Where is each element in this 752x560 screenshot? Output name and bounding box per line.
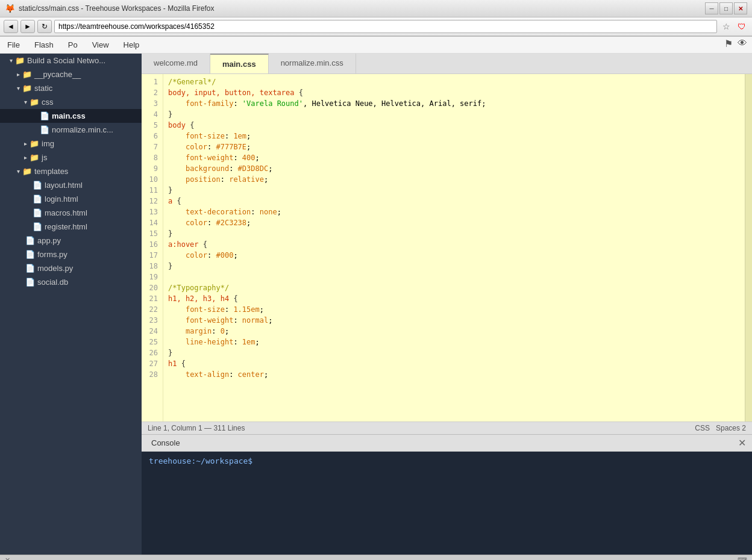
sidebar-item-social-db[interactable]: 📄 social.db <box>0 275 142 289</box>
eye-icon: 👁 <box>738 38 747 52</box>
static-label: static <box>34 84 52 93</box>
css-arrow: ▾ <box>24 99 27 105</box>
adblock-icon[interactable]: 🛡 <box>735 20 748 33</box>
editor-area: welcome.md main.css normalize.min.css 12… <box>142 54 752 555</box>
img-arrow: ▸ <box>24 140 27 147</box>
sidebar-item-register-html[interactable]: 📄 register.html <box>0 220 142 234</box>
img-label: img <box>42 139 54 148</box>
main-area: ▾ 📁 Build a Social Netwo... ▸ 📁 __pycach… <box>0 54 752 555</box>
back-button[interactable]: ◄ <box>4 20 18 33</box>
main-css-label: main.css <box>52 111 86 120</box>
close-button[interactable]: ✕ <box>734 2 747 14</box>
browser-chrome: 🦊 static/css/main.css - Treehouse Worksp… <box>0 0 752 37</box>
scrollbar-y[interactable] <box>745 74 752 422</box>
title-text: static/css/main.css - Treehouse Workspac… <box>19 4 215 13</box>
normalize-css-file-icon: 📄 <box>40 125 49 134</box>
maximize-button[interactable]: □ <box>719 2 733 14</box>
menu-flash[interactable]: Flash <box>27 38 61 52</box>
sidebar-item-macros-html[interactable]: 📄 macros.html <box>0 206 142 220</box>
reload-button[interactable]: ↻ <box>37 20 52 33</box>
register-html-label: register.html <box>45 222 87 231</box>
sidebar-item-layout-html[interactable]: 📄 layout.html <box>0 178 142 192</box>
sidebar-item-js[interactable]: ▸ 📁 js <box>0 151 142 164</box>
console-area: Console ✕ treehouse:~/workspace$ <box>142 434 752 555</box>
menu-help[interactable]: Help <box>116 38 147 52</box>
js-label: js <box>42 153 47 162</box>
menu-file[interactable]: File <box>0 38 27 52</box>
status-bar: Line 1, Column 1 — 311 Lines CSS Spaces … <box>142 422 752 434</box>
forms-py-label: forms.py <box>37 250 67 259</box>
img-folder-icon: 📁 <box>30 139 39 148</box>
title-bar: 🦊 static/css/main.css - Treehouse Worksp… <box>0 0 752 17</box>
menu-po[interactable]: Po <box>61 38 85 52</box>
sidebar-item-css[interactable]: ▾ 📁 css <box>0 95 142 109</box>
sidebar-item-models-py[interactable]: 📄 models.py <box>0 261 142 275</box>
console-prompt: treehouse:~/workspace$ <box>149 456 252 465</box>
address-bar[interactable] <box>54 20 717 33</box>
root-arrow: ▾ <box>10 57 13 64</box>
sidebar-item-login-html[interactable]: 📄 login.html <box>0 192 142 206</box>
console-tab[interactable]: Console <box>142 435 190 451</box>
forms-py-icon: 📄 <box>25 250 35 259</box>
bottom-bar: ✕ ⌨ <box>0 555 752 560</box>
layout-html-label: layout.html <box>45 181 83 190</box>
nav-icon-group: ☆ 🛡 <box>719 20 748 33</box>
js-arrow: ▸ <box>24 154 27 161</box>
sidebar-item-pycache[interactable]: ▸ 📁 __pycache__ <box>0 67 142 81</box>
models-py-icon: 📄 <box>25 264 35 273</box>
menu-view[interactable]: View <box>85 38 116 52</box>
language: CSS <box>695 424 710 432</box>
window-controls[interactable]: ─ □ ✕ <box>705 2 747 14</box>
tab-normalize-css[interactable]: normalize.min.css <box>269 54 356 73</box>
bottom-close-icon[interactable]: ✕ <box>5 556 10 560</box>
templates-label: templates <box>34 167 68 176</box>
tab-main-css[interactable]: main.css <box>210 54 269 73</box>
sidebar-item-main-css[interactable]: 📄 main.css <box>0 109 142 123</box>
keyboard-icon: ⌨ <box>738 556 747 560</box>
code-editor[interactable]: 12345 678910 1112131415 1617181920 21222… <box>142 74 752 422</box>
templates-arrow: ▾ <box>17 168 20 175</box>
models-py-label: models.py <box>37 264 73 273</box>
templates-folder-icon: 📁 <box>22 167 32 176</box>
sidebar-item-root[interactable]: ▾ 📁 Build a Social Netwo... <box>0 54 142 67</box>
static-folder-icon: 📁 <box>22 84 32 93</box>
line-numbers: 12345 678910 1112131415 1617181920 21222… <box>142 74 163 422</box>
root-folder-icon: 📁 <box>15 56 25 65</box>
pycache-arrow: ▸ <box>17 71 20 78</box>
social-db-label: social.db <box>37 278 68 287</box>
nav-bar: ◄ ► ↻ ☆ 🛡 <box>0 17 752 36</box>
login-html-icon: 📄 <box>33 194 42 204</box>
console-content[interactable]: treehouse:~/workspace$ <box>142 452 752 555</box>
sidebar-item-templates[interactable]: ▾ 📁 templates <box>0 164 142 178</box>
pycache-label: __pycache__ <box>34 70 81 79</box>
tab-welcome-md[interactable]: welcome.md <box>142 54 210 73</box>
code-content[interactable]: /*General*/ body, input, button, textare… <box>163 74 745 422</box>
forward-button[interactable]: ► <box>20 20 35 33</box>
login-html-label: login.html <box>45 194 78 204</box>
tabs-bar: welcome.md main.css normalize.min.css <box>142 54 752 74</box>
root-label: Build a Social Netwo... <box>27 56 105 65</box>
sidebar-item-forms-py[interactable]: 📄 forms.py <box>0 247 142 261</box>
console-close-button[interactable]: ✕ <box>732 435 752 451</box>
register-html-icon: 📄 <box>33 222 42 231</box>
pycache-folder-icon: 📁 <box>22 70 32 79</box>
sidebar-item-img[interactable]: ▸ 📁 img <box>0 137 142 151</box>
social-db-icon: 📄 <box>25 278 35 287</box>
css-label: css <box>42 98 54 107</box>
indent-mode: Spaces 2 <box>716 424 746 432</box>
menu-bar: File Flash Po View Help ⚑ 👁 <box>0 37 752 54</box>
app-py-label: app.py <box>37 236 61 245</box>
sidebar: ▾ 📁 Build a Social Netwo... ▸ 📁 __pycach… <box>0 54 142 555</box>
macros-html-icon: 📄 <box>33 208 42 217</box>
minimize-button[interactable]: ─ <box>705 2 718 14</box>
sidebar-item-normalize-css[interactable]: 📄 normalize.min.c... <box>0 123 142 137</box>
bookmark-icon[interactable]: ☆ <box>719 20 733 33</box>
flag-icon: ⚑ <box>724 38 733 52</box>
app-container: File Flash Po View Help ⚑ 👁 ▾ 📁 Build a … <box>0 37 752 555</box>
macros-html-label: macros.html <box>45 208 87 217</box>
js-folder-icon: 📁 <box>30 153 39 162</box>
sidebar-item-static[interactable]: ▾ 📁 static <box>0 81 142 95</box>
sidebar-item-app-py[interactable]: 📄 app.py <box>0 234 142 247</box>
console-tabs-bar: Console ✕ <box>142 435 752 452</box>
cursor-position: Line 1, Column 1 — 311 Lines <box>148 424 245 432</box>
